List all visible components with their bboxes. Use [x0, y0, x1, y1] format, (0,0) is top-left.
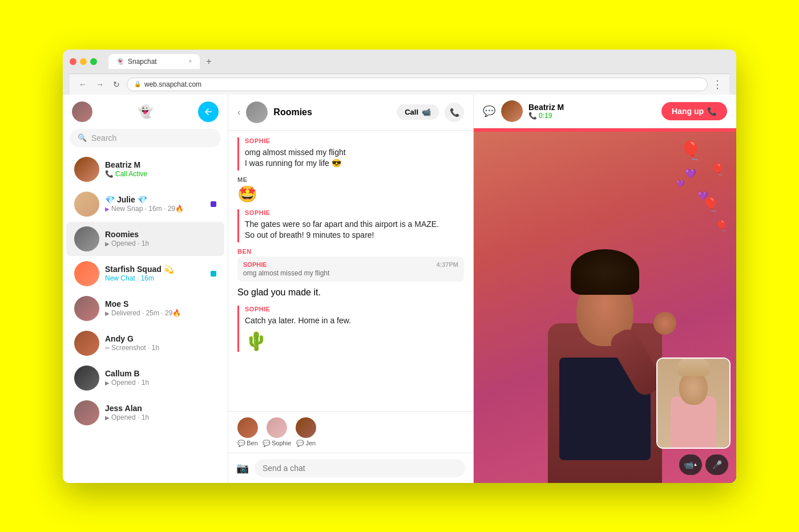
contact-name-starfish: Starfish Squad 💫: [105, 265, 205, 274]
typing-avatar-sophie: 💬 Sophie: [263, 417, 291, 447]
message-text-sophie-1: omg almost missed my flightI was running…: [245, 146, 464, 170]
back-button[interactable]: ←: [76, 79, 89, 90]
delivered-icon-moe: ▶: [105, 310, 110, 316]
opened-arrow-roomies: ▶: [105, 241, 110, 247]
chat-input[interactable]: [255, 459, 465, 477]
message-text-sophie-3: Catch ya later. Home in a few.: [245, 314, 464, 328]
browser-tab[interactable]: 👻 Snapchat ×: [108, 54, 200, 69]
quoted-sender: SOPHIE 4:37PM: [243, 261, 458, 268]
contact-item-moe[interactable]: Moe S ▶ Delivered · 25m · 29🔥: [66, 291, 224, 326]
contact-name-callum: Callum B: [105, 369, 216, 378]
sender-label-sophie-2: SOPHIE: [245, 209, 464, 216]
sender-label-me: ME: [237, 176, 464, 183]
contact-item-beatriz[interactable]: Beatriz M 📞 Call Active: [66, 152, 224, 186]
chat-toggle-button[interactable]: 💬: [483, 105, 495, 117]
heart-deco-2: 💜: [698, 191, 708, 200]
contact-name-andy: Andy G: [105, 334, 216, 343]
contact-item-jess[interactable]: Jess Alan ▶ Opened · 1h: [66, 396, 224, 430]
typing-avatar-img-sophie: [267, 417, 287, 438]
forward-button[interactable]: →: [94, 79, 106, 90]
contact-status-moe: ▶ Delivered · 25m · 29🔥: [105, 309, 216, 317]
contact-item-julie[interactable]: 💎 Julie 💎 ▶ New Snap · 16m · 29🔥: [66, 187, 224, 221]
balloon-2: 🎈: [711, 163, 725, 176]
tab-bar: 👻 Snapchat × +: [108, 54, 729, 69]
contact-status-julie: ▶ New Snap · 16m · 29🔥: [105, 205, 205, 213]
close-window-button[interactable]: [70, 58, 76, 65]
video-controls: 📹 ▲ 🎤: [679, 454, 728, 475]
opened-icon-jess: ▶: [105, 415, 110, 421]
url-display: web.snapchat.com: [144, 80, 201, 88]
back-button[interactable]: ‹: [237, 107, 240, 117]
contact-item-andy[interactable]: Andy G ✂ Screenshot · 1h: [66, 326, 224, 360]
screenshot-icon-andy: ✂: [105, 345, 110, 351]
hang-up-button[interactable]: Hang up 📞: [661, 102, 727, 120]
typing-label-jen: 💬 Jen: [296, 440, 316, 447]
group-chat-avatar: [246, 101, 268, 123]
discover-button[interactable]: [198, 101, 219, 122]
contact-name-roomies: Roomies: [105, 230, 216, 239]
tab-favicon: 👻: [116, 58, 124, 65]
ssl-icon: 🔒: [134, 81, 141, 87]
sidebar: 👻 🔍 Search Beatriz M 📞 Call A: [63, 95, 228, 483]
maximize-window-button[interactable]: [90, 58, 97, 65]
user-avatar[interactable]: [72, 101, 92, 122]
self-video-feed: [657, 359, 729, 448]
camera-icon[interactable]: 📷: [236, 462, 249, 474]
tab-close-button[interactable]: ×: [188, 58, 192, 64]
contact-list: Beatriz M 📞 Call Active 💎 Julie 💎 ▶: [63, 152, 228, 483]
video-call-button[interactable]: Call 📹: [397, 104, 439, 120]
contact-item-callum[interactable]: Callum B ▶ Opened · 1h: [66, 361, 224, 395]
avatar-jess: [74, 400, 99, 425]
contact-status-callum: ▶ Opened · 1h: [105, 379, 216, 387]
contact-name-jess: Jess Alan: [105, 404, 216, 413]
minimize-window-button[interactable]: [80, 58, 87, 65]
message-sophie-1: SOPHIE omg almost missed my flightI was …: [237, 137, 464, 170]
contact-info-callum: Callum B ▶ Opened · 1h: [105, 369, 216, 387]
avatar-callum: [74, 366, 99, 391]
contact-status-jess: ▶ Opened · 1h: [105, 413, 216, 421]
browser-menu-button[interactable]: ⋮: [712, 78, 723, 91]
address-bar[interactable]: 🔒 web.snapchat.com: [127, 78, 708, 91]
tab-title: Snapchat: [128, 58, 157, 66]
snapchat-logo: 👻: [138, 104, 153, 119]
main-video-feed: 🎈 🎈 🎈 🎈 💜 💜 💜: [474, 128, 736, 483]
avatar-julie: [74, 192, 99, 217]
typing-label-sophie: 💬 Sophie: [263, 440, 291, 447]
contact-item-starfish[interactable]: Starfish Squad 💫 New Chat · 16m: [66, 257, 224, 291]
search-bar[interactable]: 🔍 Search: [70, 129, 221, 147]
message-sophie-3: SOPHIE Catch ya later. Home in a few. 🌵: [237, 306, 464, 352]
chat-area: ‹ Roomies Call 📹 📞 SOPHIE omg almost mis…: [228, 95, 474, 483]
opened-icon-callum: ▶: [105, 380, 110, 386]
browser-controls: 👻 Snapchat × +: [70, 54, 729, 69]
video-icon: 📹: [422, 108, 431, 116]
typing-avatar-ben: 💬 Ben: [237, 417, 258, 447]
contact-info-andy: Andy G ✂ Screenshot · 1h: [105, 334, 216, 352]
voice-call-button[interactable]: 📞: [445, 103, 464, 122]
chat-input-area: 📷: [228, 453, 473, 483]
typing-label-ben: 💬 Ben: [237, 440, 258, 447]
app-content: 👻 🔍 Search Beatriz M 📞 Call A: [63, 95, 736, 483]
contact-status-roomies: ▶ Opened · 1h: [105, 239, 216, 247]
mic-toggle-button[interactable]: 🎤: [705, 454, 728, 475]
contact-name-beatriz: Beatriz M: [105, 160, 216, 169]
reload-button[interactable]: ↻: [111, 79, 122, 90]
sender-label-sophie-3: SOPHIE: [245, 306, 464, 312]
phone-active-icon: 📞: [528, 112, 537, 120]
contact-status-beatriz: 📞 Call Active: [105, 170, 216, 178]
chat-header: ‹ Roomies Call 📹 📞: [228, 95, 473, 131]
avatar-starfish: [74, 261, 99, 286]
contact-status-starfish: New Chat · 16m: [105, 274, 205, 282]
heart-deco-3: 💜: [676, 180, 685, 188]
heart-deco-1: 💜: [685, 168, 696, 179]
avatar-andy: [74, 331, 99, 356]
browser-chrome: 👻 Snapchat × + ← → ↻ 🔒 web.snapchat.com …: [63, 50, 736, 95]
typing-avatar-img-jen: [296, 417, 316, 438]
contact-item-roomies[interactable]: Roomies ▶ Opened · 1h: [66, 222, 224, 256]
video-call-header: 💬 Beatriz M 📞 0:19 Hang up 📞: [474, 95, 736, 128]
quoted-time: 4:37PM: [436, 261, 458, 268]
typing-icon-jen: 💬: [296, 440, 304, 447]
search-placeholder: Search: [91, 133, 116, 143]
video-call-area: 💬 Beatriz M 📞 0:19 Hang up 📞: [474, 95, 736, 483]
video-toggle-button[interactable]: 📹 ▲: [679, 454, 702, 475]
new-tab-button[interactable]: +: [202, 55, 216, 68]
